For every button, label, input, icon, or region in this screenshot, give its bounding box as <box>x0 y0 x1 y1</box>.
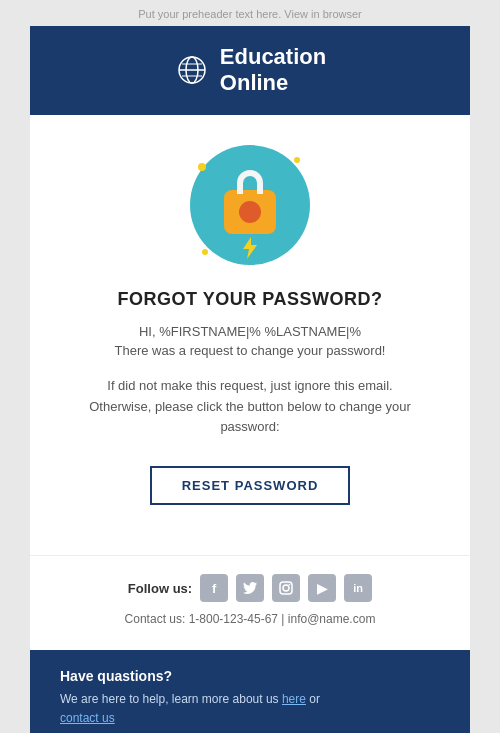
instagram-icon[interactable] <box>272 574 300 602</box>
questions-body: We are here to help, learn more about us… <box>60 690 440 728</box>
email-wrapper: Education Online FORGOT YOUR PASSWORD? H… <box>30 26 470 733</box>
email-header: Education Online <box>30 26 470 115</box>
social-section: Follow us: f ▶ in Contact us: 1-800-123-… <box>30 555 470 650</box>
questions-heading: Have quastions? <box>60 668 440 684</box>
follow-label: Follow us: <box>128 581 192 596</box>
svg-marker-6 <box>243 237 257 259</box>
svg-point-9 <box>289 584 291 586</box>
facebook-icon[interactable]: f <box>200 574 228 602</box>
request-text: There was a request to change your passw… <box>80 343 420 358</box>
questions-text1: We are here to help, learn more about us <box>60 692 279 706</box>
contact-text: Contact us: 1-800-123-45-67 | info@name.… <box>80 612 420 626</box>
greeting-text: HI, %FIRSTNAME|% %LASTNAME|% <box>80 324 420 339</box>
questions-text2: or <box>309 692 320 706</box>
twitter-icon[interactable] <box>236 574 264 602</box>
main-content: FORGOT YOUR PASSWORD? HI, %FIRSTNAME|% %… <box>30 115 470 555</box>
info-text: If did not make this request, just ignor… <box>80 376 420 438</box>
svg-rect-7 <box>280 582 292 594</box>
preheader-bar: Put your preheader text here. View in br… <box>30 0 470 26</box>
spark-decoration <box>202 249 208 255</box>
globe-icon <box>174 52 210 88</box>
preheader-text: Put your preheader text here. View in br… <box>138 8 362 20</box>
lock-wrapper <box>224 176 276 234</box>
forgot-heading: FORGOT YOUR PASSWORD? <box>80 289 420 310</box>
lightning-icon <box>241 237 259 259</box>
youtube-icon[interactable]: ▶ <box>308 574 336 602</box>
lock-illustration <box>190 145 310 265</box>
lock-body <box>224 190 276 234</box>
header-title: Education Online <box>220 44 326 97</box>
svg-point-8 <box>283 585 289 591</box>
here-link[interactable]: here <box>282 692 306 706</box>
spark-decoration <box>198 163 206 171</box>
reset-password-button[interactable]: RESET PASSWORD <box>150 466 351 505</box>
follow-row: Follow us: f ▶ in <box>80 574 420 602</box>
lock-shackle <box>237 170 263 194</box>
spark-decoration <box>294 157 300 163</box>
linkedin-icon[interactable]: in <box>344 574 372 602</box>
questions-section: Have quastions? We are here to help, lea… <box>30 650 470 733</box>
contact-us-link[interactable]: contact us <box>60 711 115 725</box>
